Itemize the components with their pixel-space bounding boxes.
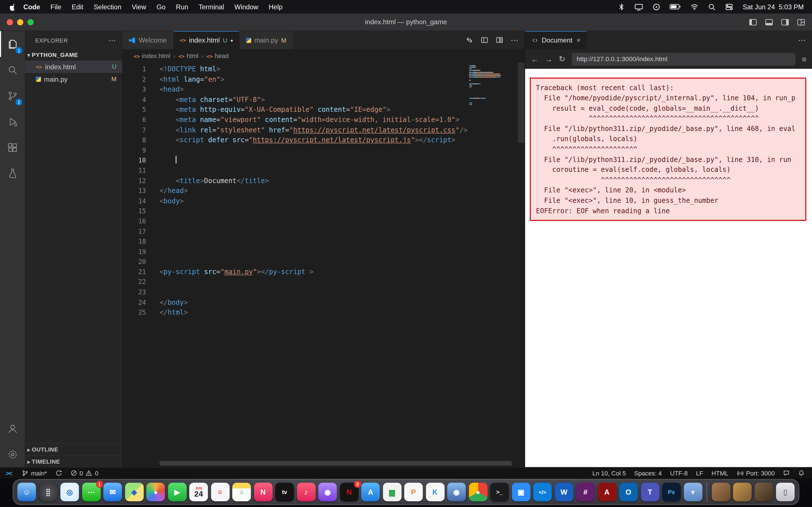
back-icon[interactable]: ← (531, 55, 539, 63)
code-line-7[interactable]: 7 <link rel="stylesheet" href="https://p… (122, 125, 524, 135)
dock-icon-music[interactable]: ♪ (297, 483, 315, 501)
menu-item-code[interactable]: Code (20, 3, 45, 11)
code-line-25[interactable]: 25</html> (122, 307, 524, 318)
dock-icon-teams[interactable]: T (641, 483, 659, 501)
close-icon[interactable]: × (576, 36, 580, 44)
dock-icon-netflix[interactable]: N3 (340, 483, 358, 501)
dock-icon-news[interactable]: N (254, 483, 272, 501)
open-changes-icon[interactable] (465, 36, 473, 44)
activity-extensions[interactable] (0, 135, 25, 161)
dock-icon-photo-booth[interactable]: ◉ (447, 483, 466, 501)
more-actions-icon[interactable]: ⋯ (798, 36, 806, 45)
code-line-3[interactable]: 3<head> (122, 84, 524, 95)
toggle-secondary-sidebar-icon[interactable] (781, 18, 789, 26)
menu-item-selection[interactable]: Selection (89, 3, 126, 11)
dock-icon-terminal[interactable]: >_ (490, 483, 509, 501)
menu-item-help[interactable]: Help (264, 3, 288, 11)
activity-run-debug[interactable] (0, 109, 25, 135)
wifi-icon[interactable] (691, 3, 699, 10)
dock-icon-launchpad[interactable]: ⣿ (39, 483, 57, 501)
activity-source-control[interactable]: 2 (0, 83, 25, 109)
code-line-4[interactable]: 4 <meta charset="UTF-8"> (122, 95, 524, 105)
window-zoom-button[interactable] (28, 19, 34, 25)
code-line-21[interactable]: 21<py-script src="main.py"></py-script > (122, 267, 524, 277)
dock-icon-calendar[interactable]: JUN24 (189, 483, 208, 501)
menu-item-window[interactable]: Window (229, 3, 264, 11)
forward-icon[interactable]: → (545, 55, 553, 63)
notifications-item[interactable] (794, 470, 809, 476)
dock-icon-word[interactable]: W (555, 483, 573, 501)
cursor-position-item[interactable]: Ln 10, Col 5 (588, 469, 630, 477)
dock-icon-photo-thumb-2[interactable] (733, 483, 752, 501)
breadcrumb-html[interactable]: <>html (179, 52, 199, 60)
code-line-8[interactable]: 8 <script defer src="https://pyscript.ne… (122, 135, 524, 145)
tab-document[interactable]: Document × (525, 31, 587, 49)
outline-section[interactable]: ▸ OUTLINE (25, 443, 122, 455)
dock-icon-maps[interactable]: ◆ (125, 483, 144, 501)
dock-icon-photoshop[interactable]: Ps (662, 483, 680, 501)
tab-index-html[interactable]: <> index.html U ● (173, 31, 240, 49)
code-line-24[interactable]: 24</body> (122, 297, 524, 307)
dock-icon-facetime[interactable]: ▶ (168, 483, 186, 501)
dock-icon-outlook[interactable]: O (619, 483, 638, 501)
dock-icon-chrome[interactable]: ● (469, 483, 487, 501)
dock-icon-finder[interactable]: ☺ (17, 483, 36, 501)
menu-item-edit[interactable]: Edit (66, 3, 89, 11)
preview-menu-icon[interactable]: ≡ (802, 55, 806, 63)
breadcrumb-head[interactable]: <>head (207, 52, 229, 60)
indentation-item[interactable]: Spaces: 4 (630, 469, 666, 477)
folder-row-python-game[interactable]: ▾ PYTHON_GAME (25, 49, 122, 60)
dock-icon-photo-thumb-3[interactable] (755, 483, 773, 501)
menu-item-terminal[interactable]: Terminal (193, 3, 229, 11)
reload-icon[interactable]: ↻ (559, 54, 565, 64)
menu-item-view[interactable]: View (126, 3, 151, 11)
dock-icon-pages[interactable]: P (404, 483, 423, 501)
dock-icon-slack[interactable]: # (576, 483, 595, 501)
dock-icon-mail[interactable]: ✉ (103, 483, 122, 501)
dock-icon-keynote[interactable]: K (426, 483, 444, 501)
activity-search[interactable] (0, 57, 25, 83)
activity-testing[interactable] (0, 160, 25, 186)
file-row-index-html[interactable]: <> index.html U (25, 61, 122, 73)
menu-item-go[interactable]: Go (151, 3, 171, 11)
menu-item-file[interactable]: File (45, 3, 66, 11)
horizontal-scrollbar[interactable] (160, 461, 512, 466)
dock-icon-photos[interactable]: ● (146, 483, 165, 501)
dock-icon-reminders[interactable]: ≡ (211, 483, 230, 501)
spotlight-search-icon[interactable] (708, 3, 716, 11)
code-line-13[interactable]: 13</head> (122, 186, 524, 196)
dock-icon-folder[interactable]: ▾ (683, 483, 702, 501)
menu-item-run[interactable]: Run (170, 3, 193, 11)
sidebar-more-actions-icon[interactable]: ⋯ (109, 36, 116, 44)
open-preview-icon[interactable] (480, 36, 488, 44)
breadcrumb-file[interactable]: <>index.html (134, 52, 170, 60)
display-mirroring-icon[interactable] (635, 3, 643, 11)
code-line-19[interactable]: 19 (122, 247, 524, 257)
code-line-15[interactable]: 15 (122, 206, 524, 216)
more-actions-icon[interactable]: ⋯ (511, 36, 518, 45)
control-center-icon[interactable] (725, 3, 733, 11)
code-line-5[interactable]: 5 <meta http-equiv="X-UA-Compatible" con… (122, 105, 524, 115)
dock-icon-app-store[interactable]: A (361, 483, 380, 501)
code-line-9[interactable]: 9 (122, 145, 524, 156)
activity-accounts[interactable] (0, 415, 25, 441)
eol-item[interactable]: LF (692, 469, 707, 477)
battery-icon[interactable] (670, 4, 681, 10)
problems-item[interactable]: 0 0 (66, 469, 103, 477)
tab-main-py[interactable]: main.py M (240, 31, 293, 49)
code-line-6[interactable]: 6 <meta name="viewport" content="width=d… (122, 115, 524, 125)
activity-settings[interactable] (0, 441, 25, 467)
dock-icon-numbers[interactable]: ▆ (383, 483, 401, 501)
file-row-main-py[interactable]: main.py M (25, 73, 122, 86)
remote-indicator[interactable]: >< (0, 469, 17, 477)
toggle-panel-icon[interactable] (765, 18, 773, 26)
split-editor-icon[interactable] (496, 36, 504, 44)
menu-bar-clock[interactable]: Sat Jun 24 5:03 PM (743, 3, 804, 11)
dock-icon-podcasts[interactable]: ◉ (318, 483, 337, 501)
language-item[interactable]: HTML (707, 469, 732, 477)
git-branch-item[interactable]: main* (17, 469, 51, 477)
bluetooth-icon[interactable] (618, 3, 625, 11)
code-line-17[interactable]: 17 (122, 226, 524, 237)
dock-icon-photo-thumb-1[interactable] (712, 483, 730, 501)
url-bar[interactable]: http://127.0.0.1:3000/index.html (571, 52, 796, 65)
